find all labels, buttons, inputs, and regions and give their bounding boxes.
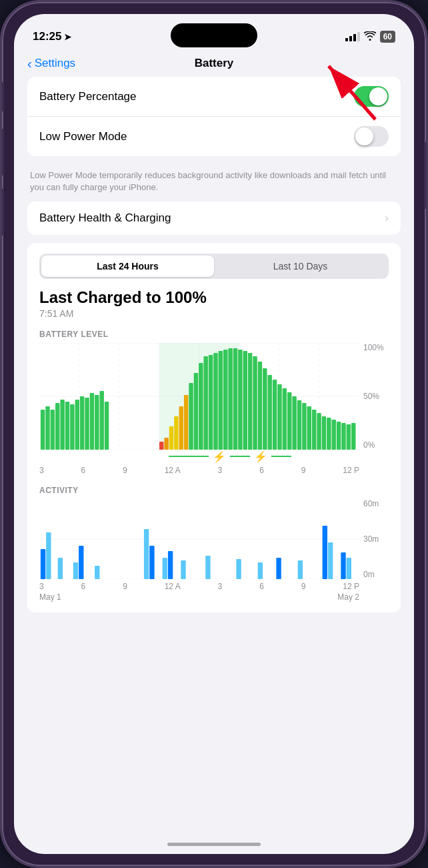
svg-rect-52: [283, 388, 287, 450]
svg-rect-64: [341, 423, 345, 450]
x-label-12a: 12 A: [165, 466, 181, 475]
act-y-label-0m: 0m: [363, 570, 389, 579]
signal-bar-4: [357, 32, 360, 41]
x-label-12p: 12 P: [343, 466, 359, 475]
date-may1: May 1: [39, 592, 61, 602]
svg-rect-81: [205, 556, 210, 579]
svg-rect-80: [181, 560, 185, 579]
toggle-thumb-2: [355, 127, 373, 145]
battery-health-row[interactable]: Battery Health & Charging ›: [27, 201, 401, 235]
volume-up-button[interactable]: [0, 129, 4, 175]
svg-rect-60: [322, 416, 326, 450]
x-label-6a: 6: [81, 466, 86, 475]
wifi-icon: [364, 31, 376, 43]
svg-rect-78: [163, 558, 167, 579]
battery-percentage-display: 60: [380, 31, 395, 43]
svg-rect-83: [258, 562, 263, 579]
act-x-label-9a: 9: [123, 582, 127, 591]
activity-chart-svg: [39, 499, 359, 579]
activity-chart-container: [39, 499, 359, 579]
x-label-6: 6: [259, 466, 264, 475]
chart-tab-bar[interactable]: Last 24 Hours Last 10 Days: [39, 254, 389, 279]
charging-bolt-icon-1: ⚡: [213, 450, 226, 463]
svg-rect-50: [273, 380, 277, 450]
low-power-mode-row: Low Power Mode: [27, 116, 401, 156]
power-button[interactable]: [424, 142, 428, 209]
signal-bar-1: [345, 38, 348, 41]
svg-rect-53: [287, 392, 291, 450]
svg-rect-44: [243, 351, 247, 450]
battery-x-labels: 3 6 9 12 A 3 6 9 12 P: [39, 463, 389, 475]
svg-rect-70: [41, 549, 45, 579]
battery-percentage-toggle[interactable]: [354, 86, 389, 107]
svg-rect-54: [292, 396, 296, 450]
activity-chart-wrapper: 60m 30m 0m: [39, 499, 389, 579]
svg-rect-49: [267, 375, 271, 450]
svg-rect-46: [253, 356, 257, 450]
date-labels: May 1 May 2: [39, 592, 389, 602]
location-icon: ➤: [64, 32, 71, 42]
svg-rect-73: [73, 562, 78, 579]
svg-rect-74: [79, 546, 83, 579]
svg-rect-56: [302, 403, 306, 450]
signal-bar-3: [353, 34, 356, 41]
battery-health-card[interactable]: Battery Health & Charging ›: [27, 201, 401, 235]
svg-rect-71: [46, 532, 51, 579]
svg-rect-18: [70, 404, 74, 450]
svg-rect-79: [168, 551, 173, 579]
svg-rect-20: [80, 396, 84, 450]
battery-chart-container: [39, 343, 359, 450]
activity-y-labels: 60m 30m 0m: [363, 499, 389, 579]
svg-rect-13: [45, 406, 49, 450]
activity-x-labels: 3 6 9 12 A 3 6 9 12 P: [39, 579, 389, 591]
signal-bars: [345, 32, 360, 41]
tab-last-24-hours[interactable]: Last 24 Hours: [41, 256, 214, 277]
svg-rect-75: [95, 566, 99, 579]
svg-rect-23: [95, 395, 99, 450]
battery-chart-card: Last 24 Hours Last 10 Days Last Charged …: [27, 243, 401, 612]
svg-rect-43: [238, 350, 242, 450]
svg-rect-77: [149, 546, 154, 579]
charging-line-right: [271, 456, 291, 457]
silent-switch[interactable]: [0, 82, 4, 111]
y-label-50: 50%: [363, 392, 389, 401]
low-power-mode-toggle[interactable]: [354, 126, 389, 147]
volume-down-button[interactable]: [0, 189, 4, 236]
act-y-label-60m: 60m: [363, 499, 389, 508]
chevron-icon: ›: [385, 211, 389, 225]
page-title: Battery: [195, 57, 234, 70]
x-label-9a: 9: [123, 466, 127, 475]
back-button[interactable]: ‹ Settings: [27, 56, 75, 71]
svg-rect-14: [51, 410, 55, 450]
battery-level-chart-area: 100% 50% 0% ⚡ ⚡: [39, 343, 389, 475]
svg-rect-42: [159, 343, 239, 450]
svg-rect-48: [263, 368, 267, 450]
svg-rect-24: [99, 391, 103, 450]
y-label-0: 0%: [363, 440, 389, 450]
signal-bar-2: [349, 36, 352, 41]
toggle-thumb: [369, 87, 387, 105]
home-indicator: [167, 843, 261, 846]
svg-rect-72: [58, 558, 63, 579]
svg-rect-12: [41, 410, 45, 450]
low-power-mode-description: Low Power Mode temporarily reduces backg…: [27, 164, 401, 201]
tab-last-10-days[interactable]: Last 10 Days: [214, 256, 387, 277]
battery-percentage-row: Battery Percentage: [27, 77, 401, 116]
battery-percentage-label: Battery Percentage: [39, 90, 137, 103]
svg-rect-58: [312, 410, 316, 450]
back-chevron-icon: ‹: [27, 56, 32, 71]
phone-frame: 12:25 ➤: [0, 0, 428, 868]
act-y-label-30m: 30m: [363, 534, 389, 544]
svg-rect-87: [328, 542, 333, 579]
svg-rect-51: [277, 384, 281, 450]
act-x-label-12p: 12 P: [343, 582, 359, 591]
act-x-label-3: 3: [218, 582, 223, 591]
svg-rect-19: [75, 400, 79, 450]
status-icons: 60: [345, 31, 395, 43]
svg-rect-88: [341, 552, 345, 579]
svg-rect-17: [65, 402, 69, 450]
back-label[interactable]: Settings: [35, 57, 75, 70]
svg-rect-62: [331, 420, 335, 450]
dynamic-island: [171, 23, 257, 47]
svg-rect-21: [85, 398, 89, 450]
